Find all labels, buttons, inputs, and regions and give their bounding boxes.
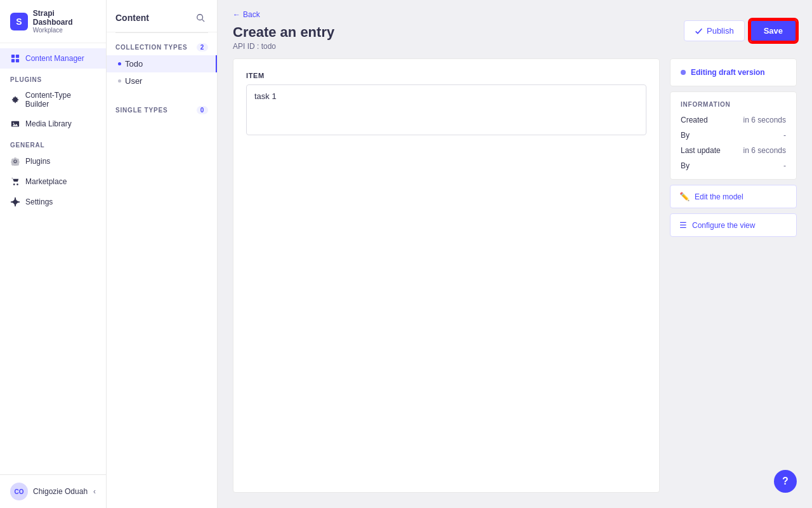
page-title: Create an entry — [233, 24, 334, 41]
configure-view-button[interactable]: ☰ Configure the view — [670, 213, 797, 237]
content-panel-header: Content — [107, 0, 217, 32]
main-header: ← Back Create an entry API ID : todo Pub… — [218, 0, 812, 58]
app-subtitle: Workplace — [33, 27, 96, 34]
logo-text: Strapi Dashboard Workplace — [33, 9, 96, 34]
info-title: INFORMATION — [681, 101, 786, 108]
svg-point-5 — [16, 184, 18, 185]
plugins-section-label: Plugins — [0, 69, 106, 86]
info-row-by-2: By - — [681, 161, 786, 170]
back-label: Back — [243, 10, 260, 19]
main-area: ← Back Create an entry API ID : todo Pub… — [218, 0, 812, 508]
sidebar-footer: CO Chigozie Oduah ‹ — [0, 474, 106, 508]
sidebar-item-content-type-builder[interactable]: Content-Type Builder — [0, 86, 106, 114]
info-val-by-2: - — [783, 161, 786, 170]
single-count-badge: 0 — [197, 106, 208, 114]
back-link[interactable]: ← Back — [233, 10, 334, 19]
svg-rect-3 — [16, 59, 19, 62]
grid-icon — [10, 53, 20, 64]
inactive-dot — [118, 79, 121, 83]
draft-highlight: draft version — [719, 68, 765, 77]
image-icon — [10, 119, 20, 129]
help-button[interactable]: ? — [774, 470, 797, 493]
sidebar: S Strapi Dashboard Workplace Content Man… — [0, 0, 107, 508]
sidebar-logo: S Strapi Dashboard Workplace — [0, 0, 106, 43]
svg-point-6 — [197, 15, 203, 20]
pencil-icon: ✏️ — [679, 192, 690, 201]
field-label: item — [246, 72, 646, 79]
sidebar-item-label: Media Library — [25, 119, 72, 128]
active-dot — [118, 62, 121, 65]
sidebar-item-media-library[interactable]: Media Library — [0, 114, 106, 134]
svg-line-7 — [202, 20, 205, 22]
sidebar-item-label: Content Manager — [25, 54, 84, 63]
general-section-label: General — [0, 134, 106, 151]
sidebar-item-settings[interactable]: Settings — [0, 192, 106, 212]
info-row-by-1: By - — [681, 131, 786, 140]
avatar: CO — [10, 483, 28, 500]
info-val-created: in 6 seconds — [743, 116, 786, 124]
app-title: Strapi Dashboard — [33, 9, 96, 27]
draft-status-card: Editing draft version — [670, 58, 797, 86]
save-button[interactable]: Save — [750, 20, 797, 42]
main-body: item task 1 Editing draft version INFORM… — [218, 58, 812, 508]
collection-types-section: Collection Types 2 Todo User — [107, 33, 217, 96]
puzzle-icon — [10, 95, 20, 105]
item-input[interactable]: task 1 — [246, 84, 646, 135]
sidebar-item-plugins[interactable]: Plugins — [0, 151, 106, 171]
sidebar-item-label: Marketplace — [25, 177, 67, 186]
info-row-created: Created in 6 seconds — [681, 116, 786, 124]
sidebar-item-marketplace[interactable]: Marketplace — [0, 171, 106, 192]
collection-item-label: User — [125, 76, 142, 86]
content-panel-title: Content — [115, 13, 149, 23]
collection-item-user[interactable]: User — [107, 72, 217, 90]
draft-dot — [681, 70, 686, 75]
back-arrow-icon: ← — [233, 10, 240, 19]
info-val-last-update: in 6 seconds — [743, 146, 786, 155]
info-row-last-update: Last update in 6 seconds — [681, 146, 786, 155]
sidebar-item-label: Content-Type Builder — [25, 91, 96, 109]
single-types-label: Single Types 0 — [107, 102, 217, 118]
sidebar-item-content-manager[interactable]: Content Manager — [0, 48, 106, 69]
configure-view-label: Configure the view — [692, 221, 755, 230]
gear-icon — [10, 156, 20, 166]
api-id: API ID : todo — [233, 42, 334, 51]
collection-count-badge: 2 — [197, 43, 208, 51]
settings-icon — [10, 197, 20, 207]
logo-icon: S — [10, 13, 28, 30]
svg-rect-0 — [11, 55, 15, 58]
content-panel: Content Collection Types 2 Todo User Sin… — [107, 0, 218, 508]
svg-point-4 — [13, 184, 15, 185]
info-val-by-1: - — [783, 131, 786, 140]
collection-item-todo[interactable]: Todo — [107, 55, 217, 72]
header-right: Publish Save — [684, 20, 797, 42]
list-icon: ☰ — [679, 220, 687, 230]
collection-item-label: Todo — [125, 59, 143, 69]
search-button[interactable] — [193, 10, 208, 25]
svg-rect-1 — [16, 55, 19, 58]
cart-icon — [10, 177, 20, 187]
sidebar-item-label: Plugins — [25, 157, 50, 166]
edit-model-button[interactable]: ✏️ Edit the model — [670, 185, 797, 208]
single-types-section: Single Types 0 — [107, 96, 217, 124]
draft-text: Editing draft version — [691, 68, 765, 77]
svg-rect-2 — [11, 59, 15, 62]
collapse-button[interactable]: ‹ — [93, 487, 96, 496]
publish-button[interactable]: Publish — [684, 20, 745, 41]
user-name: Chigozie Oduah — [33, 487, 88, 496]
info-key-created: Created — [681, 116, 708, 124]
header-left: ← Back Create an entry API ID : todo — [233, 10, 334, 51]
information-card: INFORMATION Created in 6 seconds By - La… — [670, 91, 797, 180]
entry-form: item task 1 — [233, 58, 660, 493]
info-key-by-1: By — [681, 131, 690, 140]
right-panel: Editing draft version INFORMATION Create… — [670, 58, 797, 493]
info-key-last-update: Last update — [681, 146, 721, 155]
info-key-by-2: By — [681, 161, 690, 170]
sidebar-item-label: Settings — [25, 197, 53, 206]
edit-model-label: Edit the model — [695, 192, 743, 201]
sidebar-nav: Content Manager Plugins Content-Type Bui… — [0, 43, 106, 474]
collection-types-label: Collection Types 2 — [107, 39, 217, 55]
